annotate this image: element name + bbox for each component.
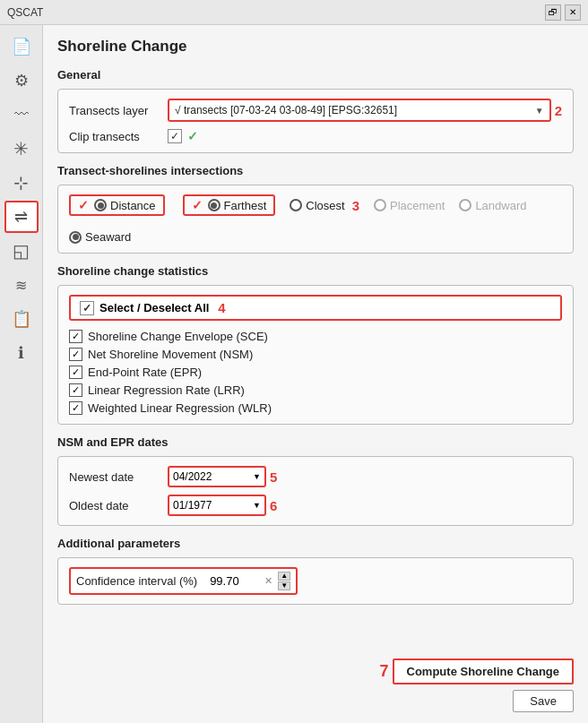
confidence-clear-icon[interactable]: ✕ — [264, 575, 272, 587]
close-button[interactable]: ✕ — [565, 4, 581, 21]
sidebar-item-tilde[interactable]: ≋ — [4, 269, 39, 301]
oldest-date-value: 01/1977 — [173, 499, 212, 512]
stat-lrr-checkbox[interactable]: ✓ — [69, 383, 82, 397]
stat-row-wlr: ✓ Weighted Linear Regression (WLR) — [69, 401, 562, 415]
farthest-label: Farthest — [224, 199, 267, 212]
transects-layer-row: Transects layer √ transects [07-03-24 03… — [69, 99, 562, 122]
statistics-section: Select / Deselect All 4 ✓ Shoreline Chan… — [57, 285, 574, 425]
seaward-label: Seaward — [85, 230, 131, 244]
stat-sce-checkbox[interactable]: ✓ — [69, 330, 82, 343]
seaward-radio-group[interactable]: Seaward — [69, 230, 131, 244]
info-icon: ℹ — [18, 343, 24, 363]
main-window: QSCAT 🗗 ✕ 📄 ⚙ 〰 ✳ ⊹ ⇌ — [0, 0, 588, 723]
additional-section: Confidence interval (%) ✕ ▲ ▼ — [57, 557, 574, 605]
distance-radio-btn[interactable] — [94, 199, 107, 211]
general-section: Transects layer √ transects [07-03-24 03… — [57, 89, 574, 153]
stat-lrr-label: Linear Regression Rate (LRR) — [88, 383, 245, 397]
clip-transects-controls: ✓ — [168, 129, 198, 143]
stat-nsm-checkbox[interactable]: ✓ — [69, 348, 82, 361]
sidebar-item-arrows[interactable]: ✳ — [4, 133, 39, 165]
transects-layer-label: Transects layer — [69, 104, 168, 117]
confidence-spinner: ▲ ▼ — [278, 572, 290, 590]
sidebar-item-info[interactable]: ℹ — [4, 337, 39, 369]
tilde-icon: ≋ — [15, 277, 27, 294]
spinner-up-button[interactable]: ▲ — [278, 572, 290, 581]
sidebar-item-wave[interactable]: 〰 — [4, 99, 39, 131]
sidebar-item-branch[interactable]: ⊹ — [4, 167, 39, 199]
annotation-6: 6 — [270, 498, 277, 513]
confidence-input[interactable] — [210, 574, 259, 588]
clip-transects-row: Clip transects ✓ — [69, 129, 562, 143]
nsm-dates-section: Newest date 04/2022 ▼ 5 Oldest date 01/1… — [57, 456, 574, 526]
placement-label: Placement — [390, 199, 445, 212]
sidebar: 📄 ⚙ 〰 ✳ ⊹ ⇌ ◱ ≋ 📋 — [0, 25, 43, 723]
closest-radio-btn[interactable] — [290, 199, 302, 211]
app-title: QSCAT — [7, 6, 43, 19]
document-icon: 📄 — [12, 37, 31, 56]
stat-wlr-label: Weighted Linear Regression (WLR) — [88, 401, 272, 415]
wave-icon: 〰 — [14, 107, 29, 123]
newest-date-row: Newest date 04/2022 ▼ 5 — [69, 466, 562, 487]
newest-date-value: 04/2022 — [173, 470, 212, 483]
stat-epr-label: End-Point Rate (EPR) — [88, 366, 202, 379]
layout: 📄 ⚙ 〰 ✳ ⊹ ⇌ ◱ ≋ 📋 — [0, 25, 588, 723]
annotation-4: 4 — [218, 300, 225, 315]
bottom-actions: 7 Compute Shoreline Change Save — [43, 651, 588, 723]
stat-row-nsm: ✓ Net Shoreline Movement (NSM) — [69, 348, 562, 361]
clip-transects-checkbox[interactable] — [168, 129, 182, 143]
select-all-button[interactable]: Select / Deselect All 4 — [69, 295, 562, 321]
distance-radio-group[interactable]: ✓ Distance — [69, 194, 165, 216]
transects-layer-dropdown[interactable]: √ transects [07-03-24 03-08-49] [EPSG:32… — [168, 99, 551, 122]
landward-label: Landward — [475, 199, 526, 212]
farthest-radio-btn[interactable] — [208, 199, 220, 211]
stat-row-epr: ✓ End-Point Rate (EPR) — [69, 366, 562, 379]
sidebar-item-layer[interactable]: ◱ — [4, 235, 39, 267]
active-icon: ⇌ — [14, 207, 28, 227]
sidebar-item-active[interactable]: ⇌ — [4, 201, 39, 233]
oldest-date-label: Oldest date — [69, 499, 168, 512]
distance-red-check-icon: ✓ — [78, 198, 89, 212]
select-all-checkbox[interactable] — [80, 301, 94, 315]
distance-label: Distance — [110, 199, 156, 212]
save-button[interactable]: Save — [513, 690, 574, 712]
branch-icon: ⊹ — [13, 172, 29, 194]
gear-icon: ⚙ — [14, 71, 29, 90]
landward-radio-group[interactable]: Landward — [459, 199, 526, 212]
stat-row-lrr: ✓ Linear Regression Rate (LRR) — [69, 383, 562, 397]
placement-radio-btn[interactable] — [374, 199, 386, 211]
list-icon: 📋 — [12, 309, 31, 329]
annotation-5: 5 — [270, 469, 277, 485]
stat-row-sce: ✓ Shoreline Change Envelope (SCE) — [69, 330, 562, 343]
statistics-section-label: Shoreline change statistics — [57, 264, 574, 278]
newest-date-dropdown[interactable]: 04/2022 ▼ — [168, 466, 266, 487]
oldest-date-dropdown[interactable]: 01/1977 ▼ — [168, 495, 266, 516]
spinner-down-button[interactable]: ▼ — [278, 581, 290, 590]
dropdown-arrow-icon: ▼ — [535, 106, 544, 116]
maximize-button[interactable]: 🗗 — [545, 4, 561, 21]
seaward-radio-btn[interactable] — [69, 231, 82, 244]
annotation-7: 7 — [380, 662, 389, 681]
oldest-date-row: Oldest date 01/1977 ▼ 6 — [69, 495, 562, 516]
clip-transects-check-icon: ✓ — [187, 129, 198, 143]
stat-nsm-label: Net Shoreline Movement (NSM) — [88, 348, 253, 361]
confidence-interval-box: Confidence interval (%) ✕ ▲ ▼ — [69, 567, 298, 595]
sidebar-item-list[interactable]: 📋 — [4, 303, 39, 335]
placement-radio-group[interactable]: Placement — [374, 199, 445, 212]
farthest-radio-group[interactable]: ✓ Farthest — [183, 194, 276, 216]
clip-transects-label: Clip transects — [69, 130, 168, 143]
sidebar-item-settings[interactable]: ⚙ — [4, 65, 39, 97]
closest-radio-group[interactable]: Closest 3 — [290, 198, 359, 213]
sidebar-item-document[interactable]: 📄 — [4, 30, 39, 63]
additional-section-label: Additional parameters — [57, 537, 574, 550]
annotation-3: 3 — [352, 198, 359, 213]
newest-date-label: Newest date — [69, 470, 168, 484]
stat-wlr-checkbox[interactable]: ✓ — [69, 401, 82, 415]
intersections-section-label: Transect-shorelines intersections — [57, 164, 574, 177]
confidence-row: Confidence interval (%) ✕ ▲ ▼ — [69, 567, 562, 595]
compute-button[interactable]: Compute Shoreline Change — [393, 658, 574, 684]
landward-radio-btn[interactable] — [459, 199, 471, 211]
layer-icon: ◱ — [13, 240, 30, 262]
intersections-section: ✓ Distance ✓ Farthest — [57, 185, 574, 254]
window-controls: 🗗 ✕ — [545, 4, 581, 21]
stat-epr-checkbox[interactable]: ✓ — [69, 366, 82, 379]
